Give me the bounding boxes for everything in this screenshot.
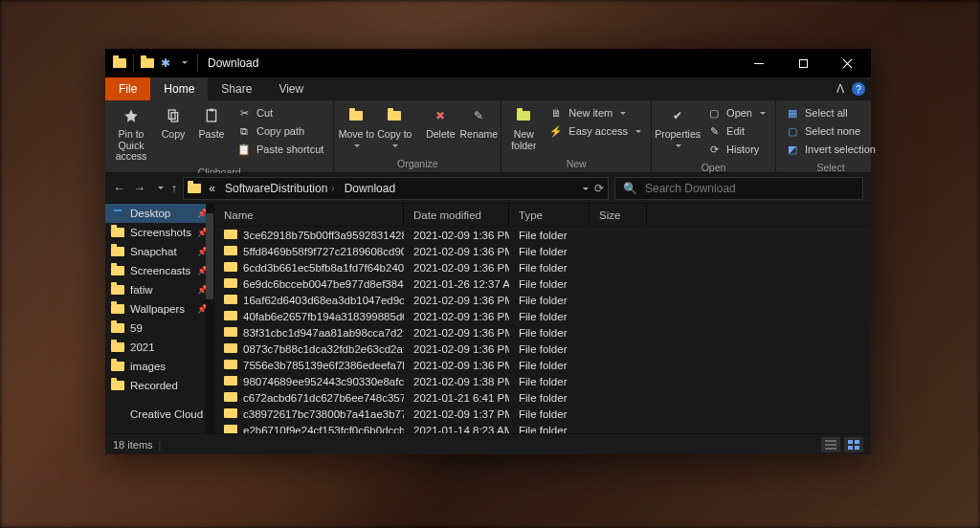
folder-icon [224, 246, 237, 256]
file-type: File folder [509, 278, 590, 290]
file-date: 2021-01-14 8:23 AM [404, 425, 509, 434]
delete-button[interactable]: ✖ Delete [422, 102, 458, 143]
address-history-icon[interactable] [578, 182, 589, 195]
new-folder-button[interactable]: New folder [505, 102, 542, 153]
navbar: ← → ↑ « SoftwareDistribution› Download ⟳… [105, 173, 871, 204]
thumbnails-view-button[interactable] [844, 437, 863, 452]
invert-selection-icon: ◩ [786, 143, 799, 156]
column-type[interactable]: Type [509, 204, 590, 226]
properties-button[interactable]: ✔ Properties [656, 102, 700, 153]
easy-access-button[interactable]: ⚡Easy access [546, 122, 645, 140]
folder-icon [224, 278, 237, 289]
details-view-button[interactable] [821, 437, 840, 452]
sidebar-item[interactable]: 59 [105, 319, 213, 338]
copy-path-button[interactable]: ⧉Copy path [234, 122, 327, 140]
nav-history-button[interactable] [153, 183, 164, 193]
help-icon[interactable]: ? [852, 82, 865, 96]
open-button[interactable]: ▢Open [703, 104, 769, 121]
table-row[interactable]: 40fab6e2657fb194a318399885d083dc2021-02-… [214, 308, 871, 324]
folder-icon [188, 183, 203, 194]
file-name: c38972617bc73800b7a41ae3b7770e81 [243, 408, 404, 420]
properties-icon: ✔ [664, 104, 691, 127]
table-row[interactable]: 5ffd8469b58f9f727c2189608cd906b32021-02-… [214, 243, 871, 259]
table-row[interactable]: 98074689ee952443c90330e8afca56e82021-02-… [214, 373, 871, 389]
menu-file[interactable]: File [105, 77, 150, 100]
sidebar-item[interactable]: 2021 [105, 338, 213, 357]
new-item-button[interactable]: 🗎New item [546, 104, 645, 121]
folder-icon [224, 425, 237, 433]
close-button[interactable] [825, 49, 869, 77]
maximize-button[interactable] [781, 49, 825, 77]
select-none-icon: ▢ [786, 124, 799, 138]
qat-folder-icon[interactable] [139, 55, 156, 72]
open-icon: ▢ [707, 106, 721, 120]
table-row[interactable]: 0873c7b88c1dca32fdb2e63cd2af12502021-02-… [214, 341, 871, 357]
table-row[interactable]: 83f31cbc1d947aa81ab98cca7d2fbb942021-02-… [214, 324, 871, 341]
search-box[interactable]: 🔍 [614, 177, 863, 200]
file-name: 6cdd3b661ec5bfb8a1fd7f64b24012bc [243, 262, 404, 274]
cut-button[interactable]: ✂Cut [234, 104, 327, 121]
desktop-icon [111, 209, 124, 219]
rename-button[interactable]: ✎ Rename [460, 102, 497, 143]
sidebar-item[interactable]: Screencasts📌 [105, 261, 213, 280]
folder-icon [224, 295, 237, 305]
qat-more-icon[interactable] [175, 55, 192, 72]
navigation-pane[interactable]: Desktop📌Screenshots📌Snapchat📌Screencasts… [105, 204, 214, 433]
sidebar-item[interactable]: Screenshots📌 [105, 223, 213, 242]
sidebar-item[interactable]: Recorded [105, 376, 213, 395]
table-row[interactable]: c672acbd671dc627b6ee748c357391df2021-01-… [214, 389, 871, 406]
paste-button[interactable]: Paste [193, 102, 230, 143]
table-row[interactable]: 7556e3b785139e6f2386edeefa7b0d8e2021-02-… [214, 357, 871, 373]
pin-to-quick-access-button[interactable]: Pin to Quick access [109, 102, 153, 165]
paste-shortcut-button[interactable]: 📋Paste shortcut [234, 141, 327, 158]
copy-to-button[interactable]: Copy to [376, 102, 412, 153]
folder-icon [224, 343, 237, 354]
column-name[interactable]: Name [214, 204, 404, 226]
refresh-icon[interactable]: ⟳ [594, 182, 604, 195]
column-date-modified[interactable]: Date modified [404, 204, 509, 226]
column-headers: Name Date modified Type Size [214, 204, 871, 227]
status-bar: 18 items | [105, 433, 871, 454]
qat-properties-icon[interactable]: ✱ [157, 55, 174, 72]
move-to-button[interactable]: Move to [338, 102, 374, 153]
nav-up-button[interactable]: ↑ [171, 181, 178, 195]
menu-view[interactable]: View [265, 77, 317, 100]
history-button[interactable]: ⟳History [703, 141, 769, 158]
table-row[interactable]: e2b6710f9e24cf153fcf0c6b0dccb0362021-01-… [214, 422, 871, 433]
select-none-button[interactable]: ▢Select none [782, 122, 880, 140]
nav-forward-button[interactable]: → [133, 181, 145, 195]
sidebar-item-label: Screencasts [130, 265, 190, 276]
sidebar-item[interactable]: fatiw📌 [105, 280, 213, 299]
breadcrumb-item[interactable]: Download [341, 182, 399, 195]
table-row[interactable]: 6e9dc6bcceb0047be977d8ef384868d42021-01-… [214, 275, 871, 292]
file-date: 2021-01-26 12:37 AM [404, 278, 509, 290]
ribbon-collapse-icon[interactable]: ᐱ [836, 82, 844, 96]
select-all-button[interactable]: ▦Select all [782, 104, 880, 121]
sidebar-item[interactable]: images [105, 357, 213, 376]
folder-icon [224, 360, 237, 370]
breadcrumb-prefix[interactable]: « [205, 182, 219, 195]
breadcrumb-item[interactable]: SoftwareDistribution› [221, 182, 339, 195]
sidebar-item[interactable]: Desktop📌 [105, 204, 213, 223]
menu-share[interactable]: Share [208, 77, 265, 100]
nav-back-button[interactable]: ← [113, 181, 125, 195]
invert-selection-button[interactable]: ◩Invert selection [782, 141, 880, 158]
search-input[interactable] [645, 182, 855, 195]
table-row[interactable]: 3ce62918b75b00ff3a95928314288dbe2021-02-… [214, 227, 871, 243]
sidebar-item-label: Recorded [130, 380, 178, 391]
edit-button[interactable]: ✎Edit [703, 122, 769, 140]
svg-rect-3 [210, 109, 213, 112]
minimize-button[interactable] [737, 49, 781, 77]
table-row[interactable]: c38972617bc73800b7a41ae3b7770e812021-02-… [214, 406, 871, 422]
content-area: Desktop📌Screenshots📌Snapchat📌Screencasts… [105, 204, 871, 433]
sidebar-item[interactable]: Wallpapers📌 [105, 299, 213, 319]
column-size[interactable]: Size [590, 204, 647, 226]
sidebar-scrollbar-thumb[interactable] [206, 213, 213, 299]
table-row[interactable]: 6cdd3b661ec5bfb8a1fd7f64b24012bc2021-02-… [214, 259, 871, 275]
address-bar[interactable]: « SoftwareDistribution› Download ⟳ [183, 177, 609, 200]
table-row[interactable]: 16af62d6403d68ea3db1047ed9c5e79e2021-02-… [214, 292, 871, 308]
copy-button[interactable]: Copy [155, 102, 191, 143]
sidebar-item[interactable]: Snapchat📌 [105, 242, 213, 261]
sidebar-item[interactable]: Creative Cloud Fil [105, 405, 213, 424]
menu-home[interactable]: Home [150, 77, 208, 100]
